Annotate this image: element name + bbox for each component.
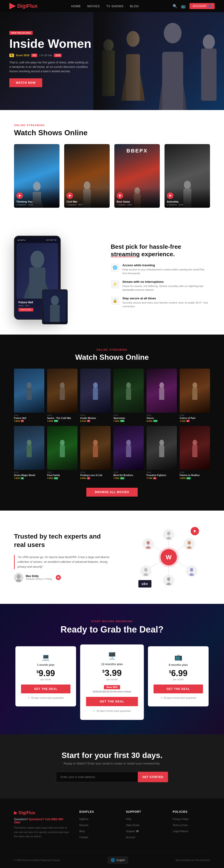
pricing-section: START BEFORE BROWSING Ready to Grab the … xyxy=(0,604,224,735)
grid-thumb-7 xyxy=(14,426,44,470)
pricing-orig-price: $106.00 ($0.00 for the first 2 years) xyxy=(86,690,138,693)
play-button-3[interactable] xyxy=(117,192,123,199)
hero-meta: G Score 2018 HD 1 hr 25 min SUB xyxy=(9,54,91,57)
grid-thumb-9 xyxy=(80,426,111,470)
feature-item-3: 🔒 Stay secure at all times Securely acce… xyxy=(111,297,210,308)
screen-icon[interactable]: 📺 xyxy=(181,4,186,8)
trusted-title: Trusted by tech experts and real users xyxy=(14,532,113,549)
play-button-1[interactable] xyxy=(16,192,23,199)
guarantee-1: ✓ 30-days money-back guarantee xyxy=(21,696,71,700)
meta-score: Score 2018 xyxy=(16,54,29,57)
globe-icon: 🌐 xyxy=(113,265,117,270)
grid-thumb-4 xyxy=(113,369,144,413)
globe-icon: 🌐 xyxy=(111,858,115,862)
footer-logo-text: DigiFlux xyxy=(19,810,35,815)
pricing-plan-3: 6-months plan xyxy=(153,663,203,666)
svg-rect-25 xyxy=(60,388,65,400)
phone-watch-button[interactable]: WATCH NOW xyxy=(19,308,33,311)
search-icon[interactable]: 🔍 xyxy=(173,4,177,8)
grid-card-11[interactable]: 2020 Freedom Fighters 7.7/10R xyxy=(146,426,177,479)
grid-card-8[interactable]: 2020 Fina Family 7.5/10PG xyxy=(47,426,78,479)
grid-card-7[interactable]: 2020 Green Magic World 7.2/10G xyxy=(14,426,44,479)
footer-link-legal[interactable]: Legal Notices xyxy=(173,830,188,833)
grid-card-3[interactable]: 2019 Inside Women 8.1/10R xyxy=(80,369,111,422)
nav-movies[interactable]: MOVIES xyxy=(87,4,100,8)
footer-link-account[interactable]: Account xyxy=(126,836,135,839)
footer-link-contact[interactable]: Contact xyxy=(79,836,88,839)
movie-card-2[interactable]: Civil War 1 Seasons · 2017 xyxy=(64,144,110,208)
grid-card-2[interactable]: 2019 Savior · The Cold War 7.4/10PG xyxy=(47,369,78,422)
get-started-button[interactable]: GET STARTED xyxy=(138,772,168,782)
watch-now-button[interactable]: WATCH NOW xyxy=(9,78,42,87)
feature-text-1: Access while traveling Keep access to yo… xyxy=(122,264,210,275)
footer-col-digiflex: DIGIFLEX DigiFlux Devices Blog Contact xyxy=(79,810,117,842)
movie-card-4[interactable]: Antoshka 1 Seasons · 2018 xyxy=(165,144,210,208)
svg-point-44 xyxy=(193,440,197,446)
svg-point-47 xyxy=(17,575,21,579)
footer-link-support[interactable]: Support ☎ xyxy=(126,830,139,833)
hero-title: Inside Women xyxy=(9,37,91,50)
movie-card-3[interactable]: BBEPX Best Game 1 Season · 2019 xyxy=(114,144,160,208)
svg-point-32 xyxy=(193,382,197,389)
nav-home[interactable]: HOME xyxy=(71,4,81,8)
footer-link-faq[interactable]: FAQ xyxy=(126,818,131,820)
feature-title-3: Stay secure at all times xyxy=(122,297,210,300)
grid-card-5[interactable]: 2020 Voices 8.4/10PG xyxy=(146,369,177,422)
movie-title-2: Civil War xyxy=(66,200,107,203)
footer-link-help-center[interactable]: Help Center xyxy=(126,824,140,827)
svg-point-36 xyxy=(60,440,65,446)
grid-card-4[interactable]: 2019 Spaceman 7.4/10PG xyxy=(113,369,144,422)
play-button-2[interactable] xyxy=(66,192,73,199)
movies-grid-2: 2020 Green Magic World 7.2/10G 2020 Fina… xyxy=(14,426,210,479)
checkmark-icon-3: ✓ xyxy=(160,696,163,700)
footer-link-digiflex[interactable]: DigiFlux xyxy=(79,818,89,820)
grid-card-9[interactable]: 2019 Finding Love of Life 8.0/10R xyxy=(80,426,111,479)
svg-rect-37 xyxy=(60,445,65,457)
streaming-label-2: ONLINE STREAMING xyxy=(14,348,210,351)
footer-link-devices[interactable]: Devices xyxy=(79,824,88,827)
footer-link-blog[interactable]: Blog xyxy=(79,830,84,833)
logo-icon xyxy=(9,3,16,9)
pricing-title: Ready to Grab the Deal? xyxy=(14,625,210,634)
play-button-4[interactable] xyxy=(167,192,173,199)
lightning-icon: ⚡ xyxy=(113,282,117,286)
language-selector[interactable]: 🌐 English xyxy=(108,857,128,864)
movies-grid-1: 2020 Future Hell 7.8/10R 2019 Savior · T… xyxy=(14,369,210,422)
email-form: GET STARTED xyxy=(56,772,168,782)
footer-link-privacy[interactable]: Privacy Policy xyxy=(173,818,189,820)
svg-rect-21 xyxy=(50,305,59,322)
svg-point-34 xyxy=(27,440,31,446)
movie-meta-1: 3 Seasons · 2019 xyxy=(16,204,57,206)
user-role: Software analyst, PCMag xyxy=(26,578,52,580)
get-deal-button-3[interactable]: GET THE DEAL xyxy=(153,684,203,693)
play-node-icon xyxy=(194,530,196,532)
footer-questions: Questions? Questions? Call 0860-390-4444 xyxy=(14,818,70,824)
browse-all-movies-button[interactable]: BROWSE ALL MOVIES xyxy=(86,488,137,497)
best-pick-title: Best pick for hassle-free streaming expe… xyxy=(111,243,210,258)
grid-card-12[interactable]: 2020 Patriot on Redline 7.6/10PG xyxy=(180,426,210,479)
lock-icon: 🔒 xyxy=(113,299,117,303)
footer-col-title-3: POLICIES xyxy=(173,810,210,813)
grid-info-12: 2020 Patriot on Redline 7.6/10PG xyxy=(180,471,210,479)
user-info: Max Eddy Software analyst, PCMag xyxy=(26,575,52,580)
grid-card-10[interactable]: 2020 Meet the Brothers 7.3/10PG xyxy=(113,426,144,479)
site-logo[interactable]: DigiFlux xyxy=(9,3,37,9)
svg-rect-41 xyxy=(126,445,131,457)
movie-card-1[interactable]: Thinking You 3 Seasons · 2019 xyxy=(14,144,59,208)
account-button[interactable]: ACCOUNT 👤 xyxy=(190,3,215,9)
pricing-period-3: per month xyxy=(153,678,203,681)
get-deal-button-2[interactable]: GET THE DEAL xyxy=(86,697,138,706)
get-deal-button-1[interactable]: GET THE DEAL xyxy=(21,684,71,693)
footer-link-terms[interactable]: Terms of Use xyxy=(173,824,188,827)
streaming-word: streaming xyxy=(111,251,140,258)
feature-item-2: ⚡ Stream with no interruptions Pause for… xyxy=(111,280,210,292)
grid-card-1[interactable]: 2020 Future Hell 7.8/10R xyxy=(14,369,44,422)
nav-tv-shows[interactable]: TV SHOWS xyxy=(106,4,123,8)
feature-desc-2: Pause for snacks, not buffering. Stream … xyxy=(122,284,210,292)
nav-blog[interactable]: BLOG xyxy=(130,4,139,8)
movie-title-4: Antoshka xyxy=(167,200,208,203)
svg-rect-45 xyxy=(192,445,197,457)
email-input[interactable] xyxy=(56,772,138,782)
grid-card-6[interactable]: 2020 Colors of Pain 7.1/10R xyxy=(180,369,210,422)
svg-point-28 xyxy=(126,382,131,389)
